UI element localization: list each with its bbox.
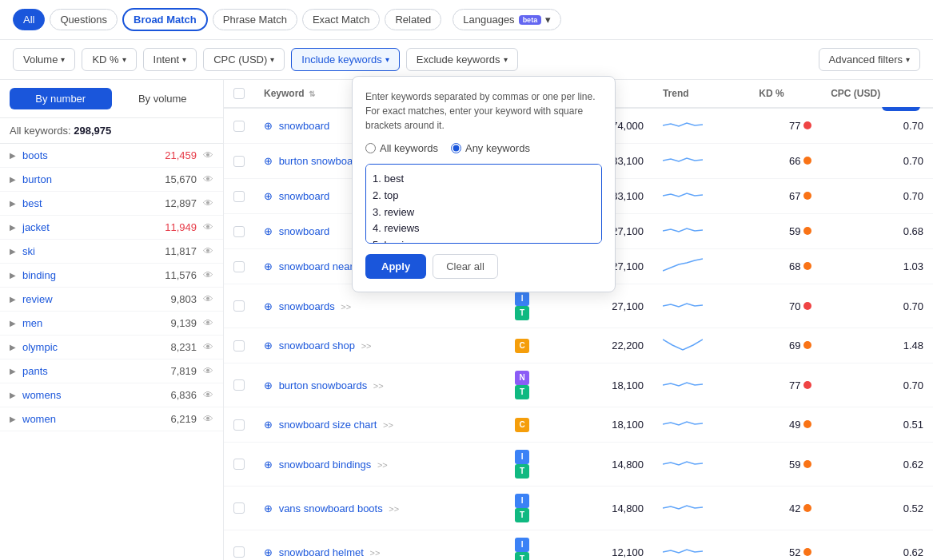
kd-cell: 67: [749, 179, 821, 214]
sidebar-item[interactable]: ▶ jacket 11,949 👁: [0, 216, 223, 240]
volume-filter[interactable]: Volume ▾: [13, 48, 75, 71]
eye-icon[interactable]: 👁: [203, 413, 213, 425]
sidebar-item-count: 21,459: [165, 149, 197, 161]
keyword-link[interactable]: snowboard: [279, 120, 330, 132]
eye-icon[interactable]: 👁: [203, 269, 213, 281]
add-kw-icon[interactable]: ⊕: [264, 502, 273, 514]
radio-all-keywords[interactable]: All keywords: [365, 142, 438, 154]
eye-icon[interactable]: 👁: [203, 173, 213, 185]
expand-arrows[interactable]: >>: [389, 504, 399, 514]
tab-related[interactable]: Related: [385, 9, 441, 30]
sidebar-item[interactable]: ▶ women 6,219 👁: [0, 407, 223, 431]
include-keywords-filter[interactable]: Include keywords ▾: [291, 48, 399, 71]
sidebar-item[interactable]: ▶ ski 11,817 👁: [0, 240, 223, 264]
kd-dot: [803, 420, 811, 428]
keyword-link[interactable]: snowboard helmet: [279, 546, 364, 558]
tab-broad-match[interactable]: Broad Match: [122, 8, 208, 31]
advanced-filters-button[interactable]: Advanced filters ▾: [819, 48, 921, 71]
intent-filter[interactable]: Intent ▾: [143, 48, 197, 71]
row-checkbox[interactable]: [233, 546, 245, 558]
row-checkbox[interactable]: [233, 379, 245, 391]
radio-all-input[interactable]: [365, 143, 376, 153]
sidebar-item[interactable]: ▶ womens 6,836 👁: [0, 383, 223, 407]
apply-button[interactable]: Apply: [365, 254, 426, 279]
eye-icon[interactable]: 👁: [203, 389, 213, 401]
sidebar-item[interactable]: ▶ binding 11,576 👁: [0, 264, 223, 288]
keyword-link[interactable]: snowboards: [279, 300, 335, 312]
keyword-link[interactable]: burton snowboard: [279, 155, 362, 167]
add-kw-icon[interactable]: ⊕: [264, 300, 273, 312]
row-checkbox[interactable]: [233, 300, 245, 312]
eye-icon[interactable]: 👁: [203, 197, 213, 209]
radio-any-keywords[interactable]: Any keywords: [451, 142, 530, 154]
radio-any-input[interactable]: [451, 143, 461, 153]
cpc-filter[interactable]: CPC (USD) ▾: [203, 48, 285, 71]
chevron-icon: ▾: [61, 55, 65, 64]
expand-arrows[interactable]: >>: [361, 341, 372, 351]
keyword-link[interactable]: snowboard shop: [279, 340, 355, 351]
expand-arrows[interactable]: >>: [377, 460, 388, 470]
keyword-link[interactable]: snowboard: [279, 225, 330, 237]
row-checkbox[interactable]: [233, 121, 245, 132]
tab-all[interactable]: All: [13, 9, 45, 30]
sidebar-item[interactable]: ▶ burton 15,670 👁: [0, 168, 223, 192]
row-checkbox[interactable]: [233, 191, 245, 202]
add-kw-icon[interactable]: ⊕: [264, 155, 273, 167]
keyword-link[interactable]: snowboard size chart: [279, 419, 377, 431]
eye-icon[interactable]: 👁: [203, 365, 213, 377]
keyword-link[interactable]: snowboard: [279, 190, 330, 202]
sidebar-item-count: 11,949: [165, 221, 197, 233]
row-checkbox[interactable]: [233, 419, 245, 431]
sidebar-item-count: 8,231: [170, 341, 197, 353]
sidebar-item[interactable]: ▶ olympic 8,231 👁: [0, 336, 223, 359]
cpc-cell: 0.62: [821, 530, 933, 561]
add-kw-icon[interactable]: ⊕: [264, 419, 273, 431]
eye-icon[interactable]: 👁: [203, 341, 213, 353]
add-kw-icon[interactable]: ⊕: [264, 190, 273, 202]
add-kw-icon[interactable]: ⊕: [264, 459, 273, 471]
add-kw-icon[interactable]: ⊕: [264, 340, 273, 351]
expand-arrows[interactable]: >>: [369, 548, 380, 558]
cpc-cell: 0.70: [821, 179, 933, 214]
sidebar: By number By volume All keywords: 298,97…: [0, 80, 224, 560]
tab-by-volume[interactable]: By volume: [112, 88, 214, 109]
sidebar-item[interactable]: ▶ pants 7,819 👁: [0, 359, 223, 383]
eye-icon[interactable]: 👁: [203, 317, 213, 329]
keywords-textarea[interactable]: 1. best 2. top 3. review 4. reviews 5. b…: [365, 164, 602, 244]
languages-button[interactable]: Languages beta ▾: [453, 9, 561, 30]
add-kw-icon[interactable]: ⊕: [264, 546, 273, 558]
tab-by-number[interactable]: By number: [10, 88, 112, 109]
eye-icon[interactable]: 👁: [203, 149, 213, 161]
kd-filter[interactable]: KD % ▾: [82, 48, 136, 71]
expand-arrows[interactable]: >>: [341, 302, 351, 312]
select-all-checkbox[interactable]: [233, 88, 245, 99]
sidebar-item[interactable]: ▶ best 12,897 👁: [0, 192, 223, 216]
row-checkbox[interactable]: [233, 459, 245, 470]
sidebar-item[interactable]: ▶ boots 21,459 👁: [0, 144, 223, 168]
sidebar-item[interactable]: ▶ review 9,803 👁: [0, 288, 223, 312]
add-kw-icon[interactable]: ⊕: [264, 120, 273, 132]
expand-arrows[interactable]: >>: [373, 381, 384, 391]
eye-icon[interactable]: 👁: [203, 293, 213, 305]
tab-questions[interactable]: Questions: [50, 9, 118, 30]
eye-icon[interactable]: 👁: [203, 221, 213, 233]
sidebar-item[interactable]: ▶ men 9,139 👁: [0, 312, 223, 336]
row-checkbox[interactable]: [233, 226, 245, 237]
expand-arrows[interactable]: >>: [383, 420, 393, 430]
row-checkbox[interactable]: [233, 340, 245, 351]
row-checkbox[interactable]: [233, 156, 245, 167]
tab-phrase-match[interactable]: Phrase Match: [213, 9, 297, 30]
clear-button[interactable]: Clear all: [433, 254, 498, 279]
add-kw-icon[interactable]: ⊕: [264, 260, 273, 272]
keyword-link[interactable]: burton snowboards: [279, 379, 368, 391]
add-kw-icon[interactable]: ⊕: [264, 379, 273, 391]
row-checkbox[interactable]: [233, 502, 245, 514]
row-checkbox[interactable]: [233, 261, 245, 272]
sidebar-item-label: pants: [22, 365, 170, 377]
exclude-keywords-filter[interactable]: Exclude keywords ▾: [406, 48, 518, 71]
tab-exact-match[interactable]: Exact Match: [302, 9, 381, 30]
keyword-link[interactable]: snowboard bindings: [279, 459, 372, 471]
eye-icon[interactable]: 👁: [203, 245, 213, 257]
add-kw-icon[interactable]: ⊕: [264, 225, 273, 237]
keyword-link[interactable]: vans snowboard boots: [279, 502, 383, 514]
